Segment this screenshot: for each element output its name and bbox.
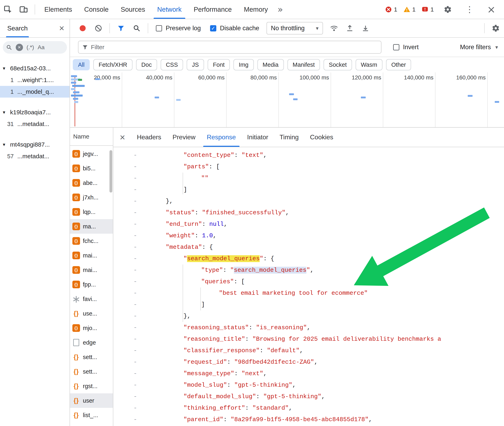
request-row[interactable]: j7xh... bbox=[70, 190, 113, 205]
disclosure-triangle-icon[interactable]: ▾ bbox=[3, 65, 10, 71]
request-row[interactable]: che... bbox=[70, 422, 113, 426]
filter-chip[interactable]: Font bbox=[208, 59, 230, 70]
filter-chip[interactable]: Doc bbox=[136, 59, 157, 70]
filter-input[interactable] bbox=[91, 44, 377, 51]
request-row[interactable]: lqp... bbox=[70, 205, 113, 219]
devtools-tab[interactable]: Console bbox=[78, 0, 115, 19]
filter-chip[interactable]: Manifest bbox=[287, 59, 320, 70]
waterfall-bar bbox=[468, 95, 473, 97]
request-row[interactable]: mjo... bbox=[70, 321, 113, 335]
more-filters-button[interactable]: More filters ▾ bbox=[460, 43, 498, 51]
more-tabs-icon[interactable]: » bbox=[278, 4, 283, 14]
request-row[interactable]: mai... bbox=[70, 263, 113, 277]
disable-cache-checkbox[interactable]: ✓ Disable cache bbox=[210, 25, 259, 32]
request-row[interactable]: fchc... bbox=[70, 234, 113, 248]
search-result-row[interactable]: ▾ 57 ...metadat... bbox=[0, 150, 70, 162]
search-result-row[interactable]: ▾ k19lz8oaqia7... bbox=[0, 106, 70, 118]
filter-chip[interactable]: Socket bbox=[324, 59, 352, 70]
regex-toggle[interactable]: (.*) bbox=[27, 44, 34, 51]
filter-chip[interactable]: Media bbox=[257, 59, 284, 70]
import-har-icon[interactable] bbox=[344, 23, 355, 34]
kebab-menu-icon[interactable]: ⋮ bbox=[464, 4, 475, 15]
request-name: use... bbox=[83, 310, 97, 317]
disclosure-triangle-icon[interactable]: ▾ bbox=[3, 109, 10, 115]
record-button[interactable] bbox=[77, 23, 88, 34]
detail-tab[interactable]: Timing bbox=[274, 128, 305, 147]
request-row[interactable]: favi... bbox=[70, 292, 113, 306]
name-column-header[interactable]: Name bbox=[70, 128, 113, 146]
filter-input-box[interactable] bbox=[78, 41, 381, 54]
code-line: "" bbox=[113, 173, 504, 184]
close-detail-button[interactable]: × bbox=[120, 128, 125, 147]
network-conditions-icon[interactable] bbox=[329, 23, 340, 34]
throttling-select[interactable]: No throttling ▾ bbox=[267, 22, 323, 35]
issue-badge[interactable]: 1 bbox=[422, 6, 434, 13]
search-icon bbox=[6, 44, 12, 50]
request-name: lqp... bbox=[83, 209, 96, 215]
invert-checkbox[interactable]: Invert bbox=[393, 43, 419, 51]
search-panel-close-button[interactable]: × bbox=[59, 23, 64, 33]
request-row[interactable]: mai... bbox=[70, 248, 113, 263]
filter-chip[interactable]: CSS bbox=[161, 59, 183, 70]
error-badge[interactable]: 1 bbox=[385, 6, 397, 13]
close-devtools-button[interactable]: × bbox=[485, 4, 497, 15]
network-search-icon[interactable] bbox=[131, 23, 142, 34]
clear-search-icon[interactable]: × bbox=[16, 44, 23, 51]
warning-badge[interactable]: 1 bbox=[403, 6, 416, 13]
detail-tab[interactable]: Initiator bbox=[241, 128, 274, 147]
disclosure-triangle-icon[interactable]: ▾ bbox=[3, 142, 10, 147]
detail-tab[interactable]: Cookies bbox=[305, 128, 339, 147]
request-row[interactable]: user bbox=[70, 393, 113, 408]
devtools-tab[interactable]: Sources bbox=[115, 0, 151, 19]
request-row[interactable]: list_... bbox=[70, 408, 113, 422]
request-row[interactable]: abe... bbox=[70, 176, 113, 190]
request-row[interactable]: sett... bbox=[70, 350, 113, 364]
network-settings-gear-icon[interactable] bbox=[490, 23, 501, 34]
settings-gear-icon[interactable] bbox=[442, 4, 454, 15]
filter-chip[interactable]: Other bbox=[386, 59, 411, 70]
scrollbar-thumb[interactable] bbox=[109, 150, 112, 192]
detail-tab[interactable]: Response bbox=[201, 128, 241, 147]
devtools-tab[interactable]: Performance bbox=[188, 0, 238, 19]
search-input[interactable] bbox=[48, 44, 64, 51]
request-row[interactable]: ma... bbox=[70, 219, 113, 234]
request-type-icon bbox=[72, 411, 80, 419]
device-toolbar-icon[interactable] bbox=[18, 4, 29, 15]
filter-chip[interactable]: Wasm bbox=[356, 59, 383, 70]
preserve-log-checkbox[interactable]: Preserve log bbox=[156, 25, 201, 32]
detail-tab[interactable]: Headers bbox=[131, 128, 167, 147]
filter-chip[interactable]: All bbox=[73, 59, 90, 70]
filter-chip[interactable]: JS bbox=[187, 59, 204, 70]
search-result-row[interactable]: ▾ mt4sqpgi887... bbox=[0, 139, 70, 150]
devtools-tab[interactable]: Elements bbox=[38, 0, 78, 19]
request-row[interactable]: use... bbox=[70, 306, 113, 321]
devtools-tab[interactable]: Memory bbox=[238, 0, 274, 19]
request-row[interactable]: edge bbox=[70, 335, 113, 350]
filter-toggle-icon[interactable] bbox=[115, 23, 126, 34]
filter-chip[interactable]: Img bbox=[234, 59, 254, 70]
response-body[interactable]: "content": {"content_type": "text","part… bbox=[113, 147, 504, 426]
filter-funnel-icon bbox=[82, 44, 88, 50]
search-box[interactable]: × (.*) Aa bbox=[3, 41, 67, 54]
invert-label: Invert bbox=[403, 43, 419, 51]
detail-tab[interactable]: Preview bbox=[167, 128, 201, 147]
request-row[interactable]: jegv... bbox=[70, 147, 113, 161]
export-har-icon[interactable] bbox=[360, 23, 371, 34]
search-result-row[interactable]: ▾ 31 ...metadat... bbox=[0, 118, 70, 130]
search-result-row[interactable]: ▾ 68ed15a2-03... bbox=[0, 63, 70, 74]
search-result-row[interactable]: ▾ 1 ..._model_q... bbox=[0, 86, 70, 98]
request-row[interactable]: sett... bbox=[70, 364, 113, 379]
search-result-text: 68ed15a2-03... bbox=[10, 65, 51, 72]
search-result-row[interactable]: ▾ 1 ...weight":1.... bbox=[0, 74, 70, 86]
request-row[interactable]: bi5... bbox=[70, 161, 113, 176]
network-overview-timeline[interactable]: 20,000 ms 40,000 ms 60,000 ms 80,000 ms … bbox=[70, 72, 504, 128]
search-panel-title: Search bbox=[6, 19, 29, 37]
match-case-toggle[interactable]: Aa bbox=[38, 44, 44, 51]
filter-chip[interactable]: Fetch/XHR bbox=[93, 59, 132, 70]
clear-network-log-button[interactable] bbox=[93, 23, 104, 34]
request-type-icon bbox=[72, 295, 80, 303]
request-row[interactable]: fpp... bbox=[70, 277, 113, 292]
request-row[interactable]: rgst... bbox=[70, 379, 113, 393]
devtools-tab[interactable]: Network bbox=[151, 0, 188, 19]
inspect-element-icon[interactable] bbox=[2, 4, 14, 15]
